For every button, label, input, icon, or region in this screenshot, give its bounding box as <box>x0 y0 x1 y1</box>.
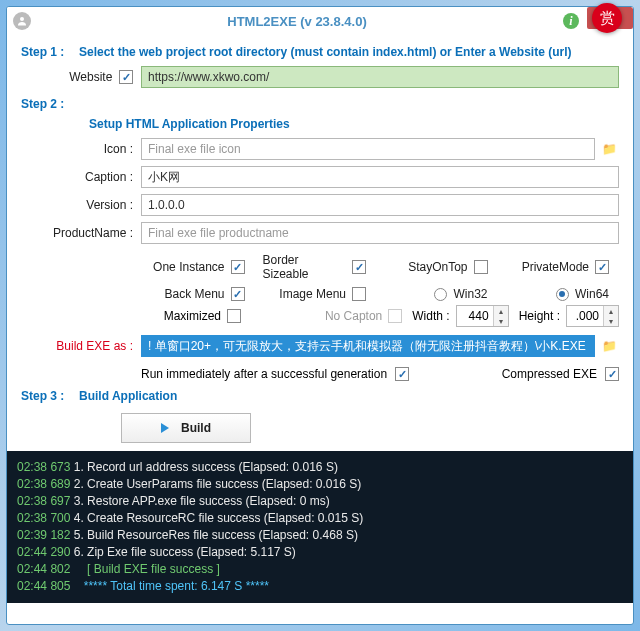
run-after-checkbox[interactable] <box>395 367 409 381</box>
height-stepper[interactable]: ▴▾ <box>566 305 619 327</box>
image-menu-checkbox[interactable] <box>352 287 366 301</box>
productname-input[interactable] <box>141 222 619 244</box>
build-as-label: Build EXE as : <box>21 339 141 353</box>
website-input[interactable] <box>141 66 619 88</box>
step3-header: Step 3 :Build Application <box>21 389 619 403</box>
win32-radio[interactable] <box>434 288 447 301</box>
icon-label: Icon : <box>21 142 141 156</box>
compressed-label: Compressed EXE <box>502 367 597 381</box>
info-icon[interactable]: i <box>563 13 579 29</box>
maximized-checkbox[interactable] <box>227 309 241 323</box>
version-input[interactable] <box>141 194 619 216</box>
version-label: Version : <box>21 198 141 212</box>
productname-label: ProductName : <box>21 226 141 240</box>
run-after-label: Run immediately after a successful gener… <box>141 367 387 381</box>
back-menu-checkbox[interactable] <box>231 287 245 301</box>
website-checkbox[interactable] <box>119 70 133 84</box>
build-as-path[interactable]: ! 单窗口20+，可无限放大，支持云手机和模拟器（附无限注册抖音教程）\小K.E… <box>141 335 595 357</box>
win64-radio[interactable] <box>556 288 569 301</box>
titlebar: HTML2EXE (v 23.8.4.0) i <box>7 7 633 35</box>
caption-input[interactable] <box>141 166 619 188</box>
svg-point-0 <box>20 17 24 21</box>
build-log: 02:38 673 1. Record url address success … <box>7 451 633 603</box>
step2-header: Step 2 : <box>21 97 619 111</box>
no-caption-checkbox[interactable] <box>388 309 402 323</box>
one-instance-checkbox[interactable] <box>231 260 245 274</box>
app-icon <box>13 12 31 30</box>
private-mode-checkbox[interactable] <box>595 260 609 274</box>
icon-browse-button[interactable]: 📁 <box>599 140 619 158</box>
build-button[interactable]: Build <box>121 413 251 443</box>
website-label: Website <box>69 70 112 84</box>
width-stepper[interactable]: ▴▾ <box>456 305 509 327</box>
caption-label: Caption : <box>21 170 141 184</box>
window-title: HTML2EXE (v 23.8.4.0) <box>31 14 563 29</box>
compressed-checkbox[interactable] <box>605 367 619 381</box>
stay-on-top-checkbox[interactable] <box>474 260 488 274</box>
play-icon <box>161 423 169 433</box>
step1-header: Step 1 :Select the web project root dire… <box>21 45 619 59</box>
step2-subheader: Setup HTML Application Properties <box>89 117 619 131</box>
icon-input[interactable] <box>141 138 595 160</box>
border-sizeable-checkbox[interactable] <box>352 260 366 274</box>
build-as-browse-button[interactable]: 📁 <box>599 337 619 355</box>
